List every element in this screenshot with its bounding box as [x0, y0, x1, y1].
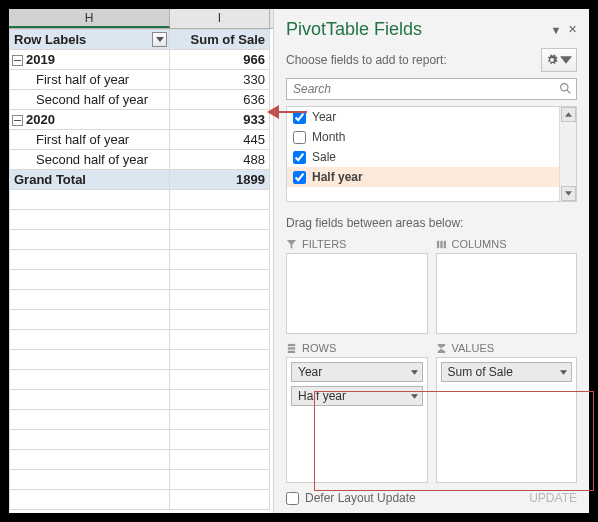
pivot-group-label[interactable]: 2020: [10, 110, 170, 130]
chevron-down-icon: [560, 370, 567, 375]
svg-rect-2: [436, 240, 438, 247]
field-label: Month: [312, 130, 345, 144]
svg-rect-4: [443, 240, 445, 247]
svg-point-0: [561, 84, 568, 91]
search-input[interactable]: [286, 78, 577, 100]
pivot-value-cell: 330: [170, 70, 270, 90]
pivottable-fields-pane: PivotTable Fields ▼ ✕ Choose fields to a…: [274, 9, 589, 513]
filter-dropdown-icon[interactable]: [152, 32, 167, 47]
field-checkbox[interactable]: [293, 111, 306, 124]
field-checkbox[interactable]: [293, 171, 306, 184]
pivot-value-cell: 933: [170, 110, 270, 130]
defer-layout-checkbox[interactable]: Defer Layout Update: [286, 491, 416, 505]
choose-fields-label: Choose fields to add to report:: [286, 53, 447, 67]
pivot-value-cell: 966: [170, 50, 270, 70]
area-chip[interactable]: Year: [291, 362, 423, 382]
field-checkbox[interactable]: [293, 131, 306, 144]
field-label: Half year: [312, 170, 363, 184]
drag-areas-hint: Drag fields between areas below:: [286, 216, 577, 230]
column-header-I[interactable]: I: [170, 9, 270, 28]
scrollbar[interactable]: [559, 107, 576, 201]
pivot-valueheader: Sum of Sale: [170, 30, 270, 50]
pivot-rowlabels-header[interactable]: Row Labels: [10, 30, 170, 50]
close-icon[interactable]: ✕: [567, 25, 577, 35]
fieldlist-settings-button[interactable]: [541, 48, 577, 72]
columns-icon: [436, 239, 447, 250]
pivot-detail-label: Second half of year: [10, 90, 170, 110]
field-list-item[interactable]: Year: [287, 107, 576, 127]
field-label: Sale: [312, 150, 336, 164]
gear-icon: [546, 54, 558, 66]
chevron-down-icon: [411, 370, 418, 375]
chevron-down-icon: [560, 54, 572, 66]
field-list-item[interactable]: Month: [287, 127, 576, 147]
rows-area[interactable]: ROWS YearHalf year: [286, 342, 428, 483]
values-area[interactable]: VALUES Sum of Sale: [436, 342, 578, 483]
rows-icon: [286, 343, 297, 354]
sigma-icon: [436, 343, 447, 354]
area-chip[interactable]: Half year: [291, 386, 423, 406]
pivot-value-cell: 488: [170, 150, 270, 170]
field-checkbox[interactable]: [293, 151, 306, 164]
grand-total-value: 1899: [170, 170, 270, 190]
svg-rect-3: [440, 240, 442, 247]
grand-total-label: Grand Total: [10, 170, 170, 190]
collapse-icon[interactable]: [12, 55, 23, 66]
collapse-icon[interactable]: [12, 115, 23, 126]
pivot-detail-label: Second half of year: [10, 150, 170, 170]
columns-area[interactable]: COLUMNS: [436, 238, 578, 334]
pivot-detail-label: First half of year: [10, 130, 170, 150]
update-button[interactable]: UPDATE: [529, 491, 577, 505]
filters-area[interactable]: FILTERS: [286, 238, 428, 334]
pivot-group-label[interactable]: 2019: [10, 50, 170, 70]
search-icon: [559, 82, 572, 95]
field-list[interactable]: YearMonthSaleHalf year: [286, 106, 577, 202]
chevron-down-icon: [411, 394, 418, 399]
pivot-detail-label: First half of year: [10, 70, 170, 90]
svg-line-1: [567, 90, 570, 93]
column-header-H[interactable]: H: [9, 9, 170, 28]
svg-rect-5: [288, 343, 295, 345]
field-label: Year: [312, 110, 336, 124]
svg-rect-7: [288, 350, 295, 352]
pane-title: PivotTable Fields: [286, 19, 422, 40]
pivot-value-cell: 445: [170, 130, 270, 150]
chevron-down-icon[interactable]: ▼: [551, 25, 561, 35]
field-list-item[interactable]: Sale: [287, 147, 576, 167]
svg-rect-6: [288, 347, 295, 349]
spreadsheet-grid[interactable]: H I Row Labels Sum of Sale 2019966First …: [9, 9, 274, 513]
scroll-up-icon[interactable]: [561, 107, 576, 122]
field-list-item[interactable]: Half year: [287, 167, 576, 187]
filter-icon: [286, 239, 297, 250]
scroll-down-icon[interactable]: [561, 186, 576, 201]
area-chip[interactable]: Sum of Sale: [441, 362, 573, 382]
pivot-value-cell: 636: [170, 90, 270, 110]
